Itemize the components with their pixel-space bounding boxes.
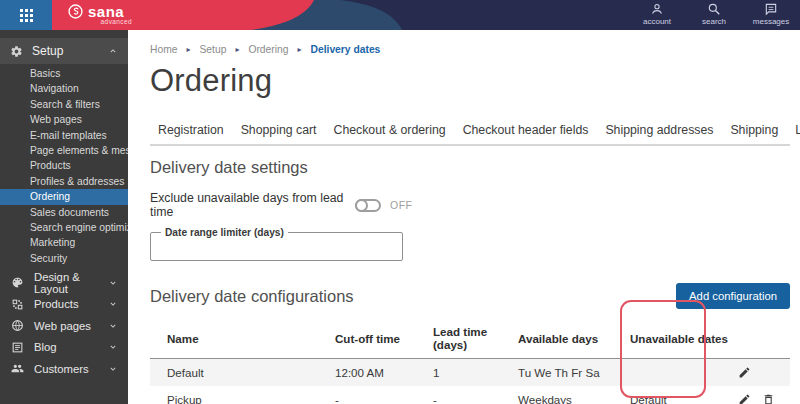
- sidebar-subitem[interactable]: Profiles & addresses: [0, 174, 128, 189]
- cell-lead-time: 1: [433, 359, 518, 387]
- delete-trash-icon[interactable]: [762, 393, 775, 404]
- messages-label: messages: [753, 17, 789, 26]
- cell-lead-time: -: [433, 386, 518, 404]
- account-label: account: [643, 17, 671, 26]
- breadcrumb-current: Delivery dates: [311, 44, 381, 55]
- chevron-up-icon: [108, 46, 118, 56]
- account-icon: [650, 2, 664, 16]
- sidebar-subitem[interactable]: E-mail templates: [0, 128, 128, 143]
- date-range-limiter-field: Date range limiter (days): [150, 227, 403, 261]
- sidebar-subitem[interactable]: Web pages: [0, 112, 128, 127]
- brand-name: sana: [88, 5, 124, 19]
- sidebar-item-customers[interactable]: Customers: [0, 358, 128, 380]
- app-grid-button[interactable]: [0, 0, 52, 30]
- tab[interactable]: Shipping addresses: [605, 123, 713, 144]
- chevron-down-icon: [108, 321, 118, 331]
- gear-icon: [10, 45, 23, 58]
- sidebar-section-label: Blog: [34, 341, 108, 353]
- cell-name: Default: [150, 359, 335, 387]
- breadcrumb-setup[interactable]: Setup: [199, 44, 226, 55]
- sidebar-item-blog[interactable]: Blog: [0, 337, 128, 359]
- configurations-header: Delivery date configurations Add configu…: [150, 283, 790, 309]
- sidebar-section-label: Customers: [34, 363, 108, 375]
- sana-logo[interactable]: sana: [68, 4, 124, 19]
- tab[interactable]: Locations: [795, 123, 800, 144]
- toggle-state-label: OFF: [390, 199, 413, 211]
- apps-grid-icon: [20, 9, 33, 22]
- cell-available-days: Weekdays: [518, 386, 630, 404]
- edit-pencil-icon[interactable]: [738, 393, 751, 404]
- app-window: sana advanced account search: [0, 0, 800, 404]
- sana-logo-icon: [68, 4, 83, 19]
- delivery-date-settings-heading: Delivery date settings: [150, 158, 790, 177]
- breadcrumb-home[interactable]: Home: [150, 44, 177, 55]
- sidebar-item-products[interactable]: Products: [0, 294, 128, 316]
- tab[interactable]: Shopping cart: [241, 123, 317, 144]
- table-row: Default 12:00 AM 1 Tu We Th Fr Sa: [150, 359, 790, 387]
- tab[interactable]: Checkout & ordering: [334, 123, 446, 144]
- page-title: Ordering: [150, 63, 790, 99]
- sidebar-subitem[interactable]: Products: [0, 158, 128, 173]
- column-header-available-days: Available days: [518, 319, 630, 359]
- cell-cutoff-time: -: [335, 386, 433, 404]
- cell-available-days: Tu We Th Fr Sa: [518, 359, 630, 387]
- exclude-unavailable-days-row: Exclude unavailable days from lead time …: [150, 191, 790, 219]
- column-header-name: Name: [150, 319, 335, 359]
- sidebar: Setup Basics Navigation Search & filters…: [0, 30, 128, 404]
- sidebar-subitem[interactable]: Page elements & messages: [0, 143, 128, 158]
- sidebar-section-label: Products: [34, 298, 108, 310]
- cell-cutoff-time: 12:00 AM: [335, 359, 433, 387]
- toggle-knob: [355, 199, 368, 212]
- sidebar-subitem[interactable]: Marketing: [0, 235, 128, 250]
- messages-icon: [764, 2, 778, 16]
- chevron-down-icon: [108, 364, 118, 374]
- search-button[interactable]: search: [693, 2, 735, 26]
- brand-edition: advanced: [84, 18, 132, 25]
- sidebar-subitem[interactable]: Security: [0, 251, 128, 266]
- tab[interactable]: Registration: [158, 123, 224, 144]
- palette-icon: [11, 276, 24, 289]
- search-label: search: [702, 17, 726, 26]
- row-actions: [735, 393, 790, 404]
- breadcrumb-separator-icon: ▸: [297, 45, 301, 54]
- column-header-cutoff: Cut-off time: [335, 319, 433, 359]
- sidebar-section-label: Web pages: [34, 320, 108, 332]
- account-button[interactable]: account: [636, 2, 678, 26]
- cell-unavailable-dates: [630, 359, 735, 387]
- sidebar-subitem[interactable]: Ordering: [0, 189, 128, 204]
- column-header-unavailable-dates: Unavailable dates: [630, 319, 735, 359]
- tab-bar: Registration Shopping cart Checkout & or…: [150, 123, 790, 146]
- date-range-limiter-input[interactable]: [159, 242, 394, 256]
- topbar-swoosh-decoration: [0, 0, 430, 30]
- tab[interactable]: Shipping: [730, 123, 778, 144]
- sidebar-subitem[interactable]: Navigation: [0, 81, 128, 96]
- chevron-down-icon: [108, 278, 118, 288]
- sidebar-subitem[interactable]: Basics: [0, 66, 128, 81]
- sidebar-section-label: Design & Layout: [34, 271, 108, 295]
- sidebar-setup-label: Setup: [32, 44, 108, 58]
- sidebar-item-design-layout[interactable]: Design & Layout: [0, 272, 128, 294]
- cell-unavailable-dates: Default: [630, 386, 735, 404]
- topbar-actions: account search messages: [636, 2, 792, 26]
- main-content: Home ▸ Setup ▸ Ordering ▸ Delivery dates…: [128, 30, 800, 404]
- sidebar-subitem[interactable]: Search engine optimization: [0, 220, 128, 235]
- cell-name: Pickup: [150, 386, 335, 404]
- customers-people-icon: [11, 362, 24, 375]
- globe-icon: [11, 319, 24, 332]
- blog-article-icon: [11, 341, 24, 354]
- breadcrumb-separator-icon: ▸: [186, 45, 190, 54]
- sidebar-item-web-pages[interactable]: Web pages: [0, 315, 128, 337]
- add-configuration-button[interactable]: Add configuration: [676, 283, 790, 309]
- sidebar-subitem[interactable]: Search & filters: [0, 97, 128, 112]
- sidebar-item-setup[interactable]: Setup: [0, 38, 128, 64]
- breadcrumb: Home ▸ Setup ▸ Ordering ▸ Delivery dates: [150, 44, 790, 55]
- sidebar-subitem[interactable]: Sales documents: [0, 205, 128, 220]
- messages-button[interactable]: messages: [750, 2, 792, 26]
- breadcrumb-ordering[interactable]: Ordering: [248, 44, 288, 55]
- table-row: Pickup - - Weekdays Default: [150, 386, 790, 404]
- exclude-unavailable-days-toggle[interactable]: [355, 199, 381, 212]
- edit-pencil-icon[interactable]: [738, 366, 751, 379]
- sidebar-sections: Design & Layout Products Web pages: [0, 272, 128, 380]
- tab[interactable]: Checkout header fields: [463, 123, 589, 144]
- chevron-down-icon: [108, 342, 118, 352]
